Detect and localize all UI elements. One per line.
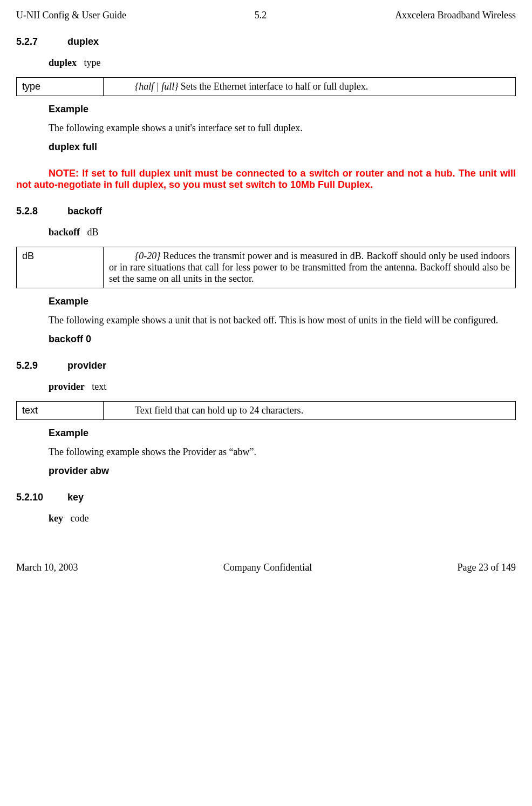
footer-left: March 10, 2003 [16, 562, 78, 573]
param-range: {half | full} [135, 81, 178, 92]
example-text: The following example shows the Provider… [16, 446, 516, 458]
page-header: U-NII Config & User Guide 5.2 Axxcelera … [16, 10, 516, 21]
section-title: duplex [67, 36, 99, 47]
param-desc: Text field that can hold up to 24 charac… [135, 405, 303, 416]
section-number: 5.2.9 [16, 360, 65, 371]
syntax-provider: provider text [49, 381, 516, 392]
param-key: text [17, 402, 104, 420]
header-right: Axxcelera Broadband Wireless [395, 10, 516, 21]
syntax-cmd: key [49, 513, 63, 524]
section-number: 5.2.10 [16, 492, 65, 503]
table-row: type {half | full} Sets the Ethernet int… [17, 78, 516, 96]
param-desc-cell: {0-20} Reduces the transmit power and is… [104, 247, 516, 288]
footer-right: Page 23 of 149 [458, 562, 516, 573]
param-table-backoff: dB {0-20} Reduces the transmit power and… [16, 247, 516, 288]
param-key: type [17, 78, 104, 96]
param-table-provider: text Text field that can hold up to 24 c… [16, 401, 516, 420]
section-title: key [67, 492, 84, 503]
note-text: NOTE: If set to full duplex unit must be… [16, 168, 516, 191]
section-5-2-10-heading: 5.2.10 key [16, 492, 516, 503]
table-row: text Text field that can hold up to 24 c… [17, 402, 516, 420]
section-5-2-9-heading: 5.2.9 provider [16, 360, 516, 371]
section-title: backoff [67, 206, 102, 216]
syntax-arg: dB [87, 227, 99, 238]
table-row: dB {0-20} Reduces the transmit power and… [17, 247, 516, 288]
header-left: U-NII Config & User Guide [16, 10, 126, 21]
param-desc: Reduces the transmit power and is measur… [109, 250, 510, 284]
example-label: Example [49, 104, 516, 115]
section-number: 5.2.8 [16, 206, 65, 217]
section-title: provider [67, 360, 106, 371]
example-command: duplex full [49, 141, 516, 153]
section-5-2-7-heading: 5.2.7 duplex [16, 36, 516, 48]
section-5-2-8-heading: 5.2.8 backoff [16, 206, 516, 217]
header-center: 5.2 [255, 10, 267, 21]
footer-center: Company Confidential [223, 562, 312, 573]
syntax-arg: code [71, 513, 89, 524]
syntax-cmd: duplex [49, 57, 77, 68]
param-desc: Sets the Ethernet interface to half or f… [178, 81, 368, 92]
example-label: Example [49, 296, 516, 307]
example-command: backoff 0 [49, 334, 516, 345]
section-number: 5.2.7 [16, 36, 65, 48]
example-label: Example [49, 428, 516, 439]
syntax-key: key code [49, 513, 516, 524]
example-command: provider abw [49, 465, 516, 477]
example-text: The following example shows a unit's int… [16, 123, 516, 134]
syntax-arg: type [84, 57, 101, 68]
syntax-duplex: duplex type [49, 57, 516, 69]
param-range: {0-20} [135, 250, 160, 261]
syntax-cmd: backoff [49, 227, 80, 238]
param-desc-cell: Text field that can hold up to 24 charac… [104, 402, 516, 420]
syntax-arg: text [92, 381, 106, 392]
example-text: The following example shows a unit that … [16, 315, 516, 326]
syntax-backoff: backoff dB [49, 227, 516, 238]
param-desc-cell: {half | full} Sets the Ethernet interfac… [104, 78, 516, 96]
syntax-cmd: provider [49, 381, 85, 392]
param-key: dB [17, 247, 104, 288]
page-footer: March 10, 2003 Company Confidential Page… [16, 562, 516, 573]
param-table-duplex: type {half | full} Sets the Ethernet int… [16, 77, 516, 96]
